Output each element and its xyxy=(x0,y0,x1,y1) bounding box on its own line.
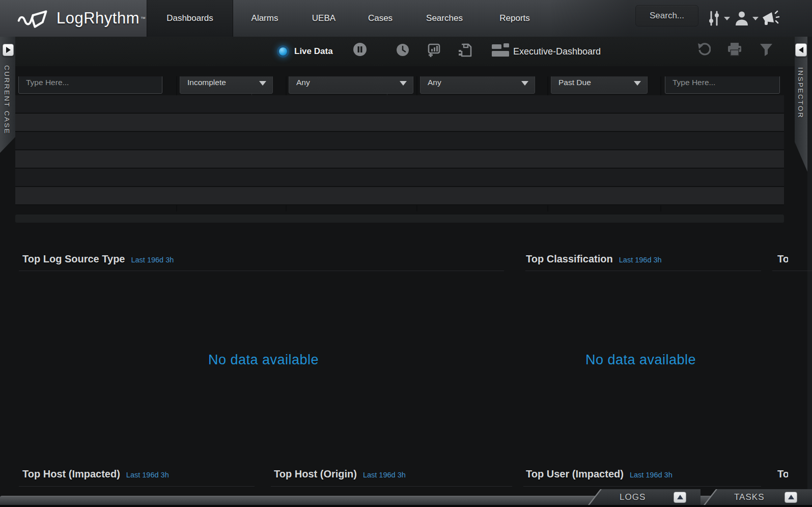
cases-filter-row: Type Here... Incomplete Any Any Past Due… xyxy=(15,76,784,95)
widget-time-range: Last 196d 3h xyxy=(630,471,673,479)
table-row xyxy=(15,150,784,169)
logrhythm-logo-icon xyxy=(17,7,51,30)
nav-tab-searches-label: Searches xyxy=(414,0,475,37)
widget-title-text: Top Host (Impacted) xyxy=(22,468,120,480)
chevron-down-icon xyxy=(634,81,641,86)
logrhythm-app: LogRhythm™ Dashboards Alarms UEBA Cases … xyxy=(0,0,812,507)
widget-title-clipped: Top xyxy=(772,253,788,266)
inspector-label: INSPECTOR xyxy=(797,67,804,119)
live-data-radio-icon xyxy=(279,47,287,56)
expand-current-case-button[interactable] xyxy=(3,44,14,56)
case-name-filter-input[interactable]: Type Here... xyxy=(18,76,162,94)
widget-title-text: Top Host (Origin) xyxy=(274,468,357,480)
no-data-message: No data available xyxy=(518,283,764,436)
owner-filter-value: Any xyxy=(428,78,441,87)
widget-title-text: Top xyxy=(772,468,788,480)
due-date-filter-select[interactable]: Past Due xyxy=(551,76,648,94)
chevron-down-icon xyxy=(752,17,759,20)
status-filter-value: Incomplete xyxy=(187,78,226,87)
live-data-label: Live Data xyxy=(294,46,333,57)
owner-filter-select[interactable]: Any xyxy=(420,76,535,94)
status-filter-select[interactable]: Incomplete xyxy=(180,76,273,94)
widget-time-range: Last 196d 3h xyxy=(131,256,174,264)
widget-divider xyxy=(772,271,812,271)
search-button[interactable]: Search... xyxy=(635,5,698,26)
horizontal-scrollbar[interactable] xyxy=(15,215,784,223)
widget-divider xyxy=(525,271,761,271)
widget-title-text: Top Log Source Type xyxy=(22,253,125,265)
nav-tab-alarms-label: Alarms xyxy=(234,0,295,37)
inspector-gutter xyxy=(807,37,812,496)
current-case-label: CURRENT CASE xyxy=(3,65,11,135)
widget-title-text: Top xyxy=(772,253,788,265)
no-data-message: No data available xyxy=(15,283,512,436)
widget-title-top-classification: Top Classification Last 196d 3h xyxy=(526,253,662,265)
chevron-down-icon xyxy=(521,81,528,86)
nav-tab-alarms[interactable]: Alarms xyxy=(234,0,295,37)
widget-title-top-host-origin: Top Host (Origin) Last 196d 3h xyxy=(274,468,406,480)
widget-time-range: Last 196d 3h xyxy=(126,471,169,479)
tag-filter-input[interactable]: Type Here... xyxy=(665,76,780,94)
nav-tab-ueba-label: UEBA xyxy=(293,0,354,37)
live-data-toggle[interactable]: Live Data xyxy=(279,37,333,66)
widget-time-range: Last 196d 3h xyxy=(363,471,406,479)
expand-inspector-button[interactable] xyxy=(795,43,807,57)
print-icon[interactable] xyxy=(727,43,742,57)
widget-title-top-host-impacted: Top Host (Impacted) Last 196d 3h xyxy=(22,468,169,480)
dashboard-layout-icon[interactable] xyxy=(492,43,509,57)
nav-tab-dashboards-label: Dashboards xyxy=(147,0,233,37)
table-row xyxy=(15,132,784,150)
nav-tab-cases[interactable]: Cases xyxy=(350,0,411,37)
sliders-icon[interactable] xyxy=(707,0,730,37)
widget-divider xyxy=(19,486,255,487)
filter-icon[interactable] xyxy=(760,43,773,57)
table-row xyxy=(15,114,784,132)
logs-tab-label: LOGS xyxy=(620,492,646,502)
megaphone-icon[interactable] xyxy=(761,0,780,37)
widget-divider xyxy=(523,486,761,487)
logs-tab[interactable]: LOGS xyxy=(588,489,701,505)
nav-tab-cases-label: Cases xyxy=(350,0,411,37)
save-layout-icon[interactable] xyxy=(457,43,472,58)
triangle-left-icon xyxy=(799,47,803,53)
dashboard-name[interactable]: Executive-Dashboard xyxy=(513,37,601,66)
widget-divider xyxy=(271,486,512,487)
bottom-edge xyxy=(0,505,812,507)
brand-name: LogRhythm xyxy=(57,9,139,28)
user-icon[interactable] xyxy=(734,0,759,37)
due-date-filter-value: Past Due xyxy=(558,78,591,87)
priority-filter-select[interactable]: Any xyxy=(289,76,413,94)
widget-divider xyxy=(19,271,504,271)
triangle-up-icon xyxy=(788,495,794,499)
undo-icon[interactable] xyxy=(696,42,711,57)
logs-expand-button[interactable] xyxy=(674,492,686,503)
chevron-down-icon xyxy=(259,81,266,86)
priority-filter-value: Any xyxy=(296,78,310,87)
widget-title-text: Top User (Impacted) xyxy=(526,468,624,480)
table-row xyxy=(15,95,784,114)
triangle-right-icon xyxy=(6,47,11,53)
nav-tab-reports[interactable]: Reports xyxy=(484,0,545,37)
nav-tab-reports-label: Reports xyxy=(484,0,545,37)
widget-title-top-user-impacted: Top User (Impacted) Last 196d 3h xyxy=(526,468,673,480)
table-row xyxy=(15,169,784,187)
add-widget-icon[interactable] xyxy=(426,43,441,58)
chevron-down-icon xyxy=(400,81,407,86)
pause-icon[interactable] xyxy=(353,42,367,57)
tasks-tab-label: TASKS xyxy=(734,492,764,502)
history-clock-icon[interactable] xyxy=(396,43,409,57)
nav-tab-ueba[interactable]: UEBA xyxy=(293,0,354,37)
triangle-up-icon xyxy=(677,495,683,499)
widget-time-range: Last 196d 3h xyxy=(619,256,662,264)
tasks-expand-button[interactable] xyxy=(785,492,797,503)
inspector-tab[interactable]: INSPECTOR xyxy=(795,37,807,172)
cases-table xyxy=(15,95,784,211)
table-row xyxy=(15,187,784,205)
nav-tab-searches[interactable]: Searches xyxy=(414,0,475,37)
chevron-down-icon xyxy=(724,17,730,20)
nav-tab-dashboards[interactable]: Dashboards xyxy=(147,0,233,37)
widget-title-text: Top Classification xyxy=(526,253,613,265)
tasks-tab[interactable]: TASKS xyxy=(704,489,812,505)
top-nav: LogRhythm™ Dashboards Alarms UEBA Cases … xyxy=(0,0,812,37)
widget-title-clipped: Top xyxy=(772,468,788,482)
